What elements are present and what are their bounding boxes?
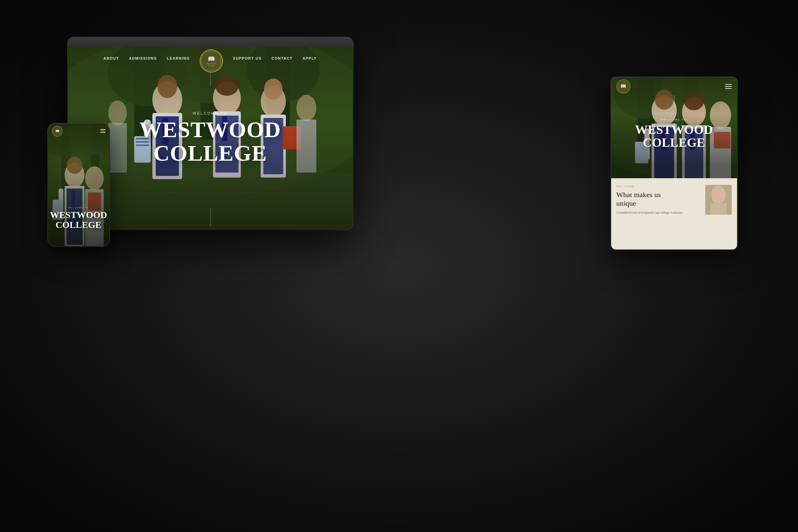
tablet-welcome-section-label: WELCOME — [616, 185, 701, 188]
tablet-logo-icon: 📖 — [621, 83, 626, 89]
desktop-mockup: ABOUT ADMISSIONS LEARNING 📖 WestwoodColl… — [68, 37, 353, 230]
svg-point-61 — [711, 186, 726, 204]
divider-bottom — [210, 208, 211, 226]
phone-menu-line-1 — [100, 129, 105, 130]
phone-logo-icon: 📖 — [55, 129, 59, 133]
hamburger-menu[interactable] — [725, 84, 732, 89]
nav-contact[interactable]: CONTACT — [272, 56, 292, 60]
desktop-hero-text: WELCOME TO WESTWOOD COLLEGE — [139, 111, 281, 165]
logo-inner: 📖 WestwoodCollege — [202, 51, 221, 71]
divider-top — [210, 72, 211, 87]
tablet-content-area: WELCOME What makes us unique Considered … — [611, 178, 737, 249]
tablet-description: Considered one of England's top college … — [616, 211, 701, 215]
nav-admissions[interactable]: ADMISSIONS — [129, 56, 157, 60]
nav-about[interactable]: ABOUT — [104, 56, 119, 60]
tablet-content-photo — [705, 185, 732, 215]
svg-rect-62 — [710, 203, 727, 215]
tablet-welcome-label: WELCOME TO — [611, 118, 737, 121]
tablet-mockup: 📖 WELCOME TO WESTWOOD COLLEGE — [611, 77, 737, 249]
phone-college-name: WESTWOOD COLLEGE — [48, 210, 109, 230]
hamburger-line-2 — [725, 86, 732, 87]
desktop-nav: ABOUT ADMISSIONS LEARNING 📖 WestwoodColl… — [68, 47, 353, 70]
tablet-divider-bottom — [674, 95, 674, 109]
phone-menu-line-2 — [100, 131, 105, 132]
hamburger-line-3 — [725, 88, 732, 89]
phone-logo[interactable]: 📖 — [52, 126, 63, 136]
tablet-logo[interactable]: 📖 — [616, 79, 630, 93]
tablet-heading: What makes us unique — [616, 190, 701, 208]
college-name-display: WESTWOOD COLLEGE — [139, 118, 281, 165]
desktop-logo[interactable]: 📖 WestwoodCollege — [200, 49, 223, 73]
tablet-content-text: WELCOME What makes us unique Considered … — [616, 185, 701, 215]
logo-text: WestwoodCollege — [207, 63, 216, 66]
phone-menu-line-3 — [100, 132, 105, 133]
desktop-screen: ABOUT ADMISSIONS LEARNING 📖 WestwoodColl… — [68, 47, 353, 230]
phone-welcome-label: WELCOME TO — [48, 207, 109, 209]
tablet-nav: 📖 — [611, 77, 737, 95]
logo-book-icon: 📖 — [208, 55, 215, 63]
tablet-college-name: WESTWOOD COLLEGE — [611, 123, 737, 149]
phone-hero-text: WELCOME TO WESTWOOD COLLEGE — [48, 207, 109, 230]
scene: ABOUT ADMISSIONS LEARNING 📖 WestwoodColl… — [35, 18, 763, 514]
phone-screen: 📖 WELCOME TO WESTWOOD COLLEGE — [48, 124, 109, 246]
nav-learning[interactable]: LEARNING — [167, 56, 190, 60]
hamburger-line-1 — [725, 84, 732, 85]
nav-support[interactable]: SUPPORT US — [233, 56, 262, 60]
tablet-hero-section: 📖 WELCOME TO WESTWOOD COLLEGE — [611, 77, 737, 180]
welcome-to-label: WELCOME TO — [139, 111, 281, 115]
phone-nav: 📖 — [48, 124, 109, 138]
phone-mockup: 📖 WELCOME TO WESTWOOD COLLEGE — [48, 124, 109, 246]
tablet-screen: 📖 WELCOME TO WESTWOOD COLLEGE — [611, 77, 737, 249]
nav-apply[interactable]: APPLY — [302, 56, 317, 60]
phone-hamburger[interactable] — [100, 129, 105, 133]
tablet-hero-text: WELCOME TO WESTWOOD COLLEGE — [611, 118, 737, 149]
